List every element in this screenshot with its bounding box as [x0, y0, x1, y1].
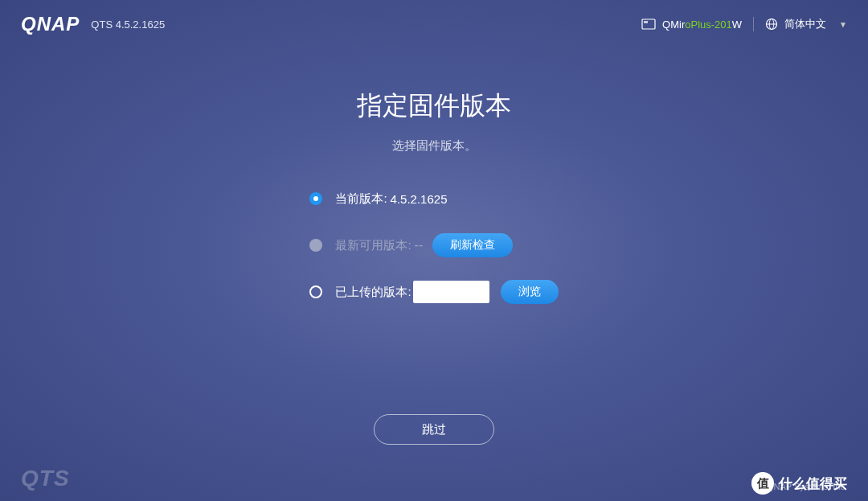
globe-icon [765, 18, 778, 31]
watermark-text: 什么值得买 [779, 474, 847, 493]
version-label: QTS 4.5.2.1625 [91, 18, 165, 31]
header-right: QMiroPlus-201W 简体中文 ▼ [641, 17, 847, 31]
skip-button[interactable]: 跳过 [374, 414, 494, 445]
language-selector[interactable]: 简体中文 ▼ [765, 17, 847, 31]
watermark-badge-icon: 值 [751, 472, 774, 495]
option-uploaded-version[interactable]: 已上传的版本: 浏览 [309, 279, 558, 305]
latest-version-value: -- [415, 238, 424, 253]
svg-rect-0 [642, 19, 655, 29]
header: QNAP QTS 4.5.2.1625 QMiroPlus-201W 简体中文 … [0, 0, 868, 48]
watermark: 值 什么值得买 [751, 472, 847, 495]
page-title: 指定固件版本 [0, 88, 868, 124]
header-divider [753, 17, 754, 31]
language-label: 简体中文 [784, 17, 826, 31]
page-subtitle: 选择固件版本。 [0, 138, 868, 154]
svg-rect-1 [644, 21, 648, 23]
uploaded-version-label: 已上传的版本: [335, 285, 411, 300]
skip-button-wrap: 跳过 [0, 414, 868, 445]
footer: QTS QNAP Systems, Inc. [0, 466, 868, 501]
radio-uploaded-unselected[interactable] [309, 285, 322, 298]
header-left: QNAP QTS 4.5.2.1625 [21, 13, 165, 35]
device-icon [641, 18, 656, 30]
chevron-down-icon: ▼ [839, 20, 847, 29]
qts-logo: QTS [21, 466, 70, 491]
main-content: 指定固件版本 选择固件版本。 当前版本: 4.5.2.1625 最新可用版本: … [0, 48, 868, 445]
device-info[interactable]: QMiroPlus-201W [641, 18, 742, 31]
latest-version-label: 最新可用版本: [335, 238, 411, 253]
current-version-label: 当前版本: [335, 191, 387, 207]
app-container: QNAP QTS 4.5.2.1625 QMiroPlus-201W 简体中文 … [0, 0, 868, 501]
refresh-check-button[interactable]: 刷新检查 [432, 233, 513, 257]
browse-button[interactable]: 浏览 [501, 280, 559, 304]
device-name: QMiroPlus-201W [662, 18, 742, 31]
uploaded-file-input[interactable] [413, 281, 489, 303]
current-version-value: 4.5.2.1625 [391, 192, 448, 206]
option-latest-version: 最新可用版本: -- 刷新检查 [309, 232, 558, 258]
radio-latest-disabled [309, 239, 322, 252]
option-current-version[interactable]: 当前版本: 4.5.2.1625 [309, 186, 558, 211]
firmware-options: 当前版本: 4.5.2.1625 最新可用版本: -- 刷新检查 已上传的版本:… [309, 186, 558, 326]
radio-current-selected[interactable] [309, 192, 322, 205]
brand-logo: QNAP [21, 13, 80, 35]
